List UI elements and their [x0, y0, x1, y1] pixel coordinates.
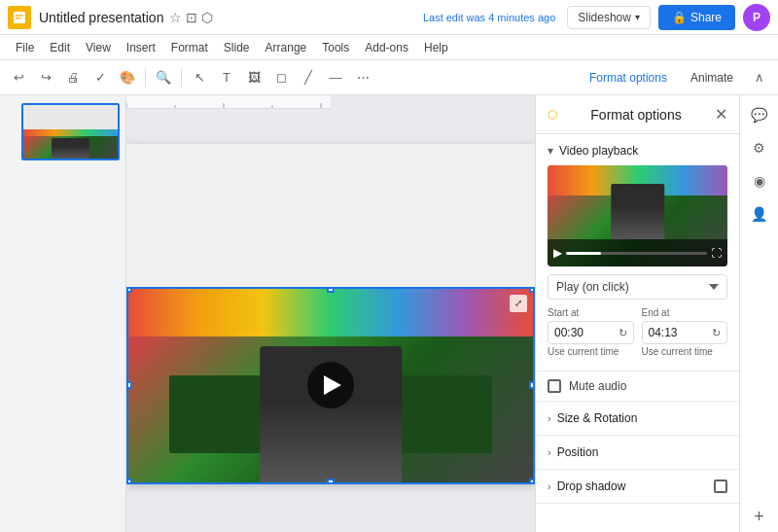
title-bar: Untitled presentation ☆ ⊡ ⬡ Last edit wa…: [0, 0, 778, 35]
svg-rect-3: [126, 95, 331, 109]
end-time-refresh-icon[interactable]: ↻: [712, 327, 721, 339]
position-section[interactable]: › Position: [536, 436, 739, 470]
handle-top-left[interactable]: [126, 287, 132, 293]
present-icon[interactable]: ⬡: [201, 10, 213, 25]
menu-view[interactable]: View: [78, 39, 119, 56]
toolbar: ↩ ↪ 🖨 ✓ 🎨 🔍 ↖ T 🖼 ◻ ╱ — ⋯ Format options…: [0, 60, 778, 95]
toolbar-line-btn[interactable]: ╱: [296, 65, 321, 90]
vp-progress-bar[interactable]: [566, 252, 707, 255]
svg-rect-1: [16, 15, 23, 16]
video-colorful-banner: [128, 289, 533, 337]
video-preview-thumbnail[interactable]: ▶ ⛶: [548, 165, 727, 266]
share-button[interactable]: 🔒 Share: [658, 5, 735, 30]
right-gear-btn[interactable]: ◉: [744, 165, 775, 196]
position-label: Position: [557, 445, 599, 459]
mute-audio-checkbox[interactable]: [548, 379, 561, 393]
start-time-input[interactable]: [554, 326, 619, 339]
drop-shadow-section[interactable]: › Drop shadow: [536, 470, 739, 504]
right-comments-btn[interactable]: 💬: [744, 99, 775, 130]
video-playback-chevron: ▾: [548, 144, 553, 158]
start-time-refresh-icon[interactable]: ↻: [619, 327, 627, 339]
toolbar-more-btn[interactable]: ⋯: [350, 65, 375, 90]
toolbar-undo-btn[interactable]: ↩: [6, 65, 31, 90]
toolbar-shapes-btn[interactable]: ◻: [268, 65, 294, 90]
drop-shadow-checkbox[interactable]: [714, 479, 727, 493]
toolbar-paint-btn[interactable]: 🎨: [115, 65, 140, 90]
slide-thumbnail[interactable]: [21, 103, 120, 160]
menu-help[interactable]: Help: [416, 39, 456, 56]
toolbar-redo-btn[interactable]: ↪: [33, 65, 58, 90]
handle-bottom-right[interactable]: [529, 479, 535, 484]
size-rotation-section[interactable]: › Size & Rotation: [536, 402, 739, 436]
handle-bottom-left[interactable]: [126, 479, 132, 484]
size-rotation-label: Size & Rotation: [557, 411, 638, 425]
vp-play-icon[interactable]: ▶: [553, 246, 562, 260]
handle-top-center[interactable]: [327, 287, 335, 293]
toolbar-image-btn[interactable]: 🖼: [241, 65, 266, 90]
app-logo: [8, 6, 31, 29]
right-add-btn[interactable]: +: [744, 501, 775, 532]
last-edit-text[interactable]: Last edit was 4 minutes ago: [423, 12, 555, 23]
star-icon[interactable]: ☆: [169, 10, 182, 25]
handle-middle-left[interactable]: [126, 381, 132, 389]
format-options-btn[interactable]: Format options: [580, 67, 677, 89]
vp-fullscreen-icon[interactable]: ⛶: [711, 247, 722, 259]
menu-insert[interactable]: Insert: [119, 39, 163, 56]
toolbar-connector-btn[interactable]: —: [323, 65, 348, 90]
slideshow-button[interactable]: Slideshow ▾: [567, 6, 651, 29]
format-panel-header: ⬡ Format options ✕: [536, 95, 739, 134]
vp-progress-fill: [566, 252, 601, 255]
avatar[interactable]: P: [743, 4, 770, 31]
end-at-label: End at: [642, 307, 728, 318]
format-panel-close-button[interactable]: ✕: [715, 105, 727, 124]
menu-edit[interactable]: Edit: [42, 39, 78, 56]
slideshow-dropdown-icon[interactable]: ▾: [635, 12, 640, 22]
right-chat-btn[interactable]: ⚙: [744, 132, 775, 163]
menu-addons[interactable]: Add-ons: [357, 39, 416, 56]
menu-arrange[interactable]: Arrange: [258, 39, 315, 56]
mute-audio-label: Mute audio: [569, 379, 626, 393]
toolbar-cursor-btn[interactable]: ↖: [187, 65, 212, 90]
vp-controls: ▶ ⛶: [548, 239, 727, 266]
menu-file[interactable]: File: [8, 39, 42, 56]
slide-panel: 1: [0, 95, 126, 532]
title-icons: ☆ ⊡ ⬡: [169, 10, 213, 25]
handle-bottom-center[interactable]: [327, 479, 335, 484]
format-panel-icon: ⬡: [548, 108, 557, 122]
animate-btn[interactable]: Animate: [681, 67, 743, 89]
video-playback-section: ▾ Video playback ▶ ⛶ Play (on click): [536, 134, 739, 372]
toolbar-zoom-btn[interactable]: 🔍: [151, 65, 176, 90]
toolbar-collapse-btn[interactable]: ∧: [747, 65, 772, 90]
toolbar-print-btn[interactable]: 🖨: [60, 65, 86, 90]
toolbar-spellcheck-btn[interactable]: ✓: [88, 65, 113, 90]
expand-icon[interactable]: ⤢: [510, 295, 527, 312]
mute-audio-row: Mute audio: [536, 372, 739, 402]
video-playback-header[interactable]: ▾ Video playback: [548, 144, 727, 158]
position-label-wrap: › Position: [548, 445, 598, 459]
video-playback-label: Video playback: [559, 144, 638, 158]
video-play-button[interactable]: [307, 362, 354, 408]
end-use-current[interactable]: Use current time: [642, 346, 728, 357]
handle-top-right[interactable]: [529, 287, 535, 293]
drive-icon[interactable]: ⊡: [186, 10, 197, 25]
drop-shadow-label-wrap: › Drop shadow: [548, 479, 625, 493]
menu-slide[interactable]: Slide: [216, 39, 258, 56]
toolbar-sep-1: [145, 68, 146, 88]
toolbar-sep-2: [181, 68, 182, 88]
share-lock-icon: 🔒: [672, 11, 687, 24]
toolbar-textbox-btn[interactable]: T: [214, 65, 239, 90]
start-use-current[interactable]: Use current time: [548, 346, 634, 357]
slideshow-label: Slideshow: [578, 11, 631, 24]
menu-bar: File Edit View Insert Format Slide Arran…: [0, 35, 778, 60]
size-rotation-label-wrap: › Size & Rotation: [548, 411, 637, 425]
end-time-input[interactable]: [649, 326, 713, 339]
right-person-btn[interactable]: 👤: [744, 198, 775, 230]
menu-tools[interactable]: Tools: [314, 39, 357, 56]
menu-format[interactable]: Format: [163, 39, 216, 56]
play-mode-select[interactable]: Play (on click) Play (automatically) Pla…: [548, 274, 727, 300]
presentation-title[interactable]: Untitled presentation: [39, 10, 163, 25]
main-area: 1: [0, 95, 778, 532]
end-time-input-wrap: ↻: [642, 321, 728, 344]
video-embed[interactable]: ⤢: [126, 287, 535, 484]
handle-middle-right[interactable]: [529, 381, 535, 389]
